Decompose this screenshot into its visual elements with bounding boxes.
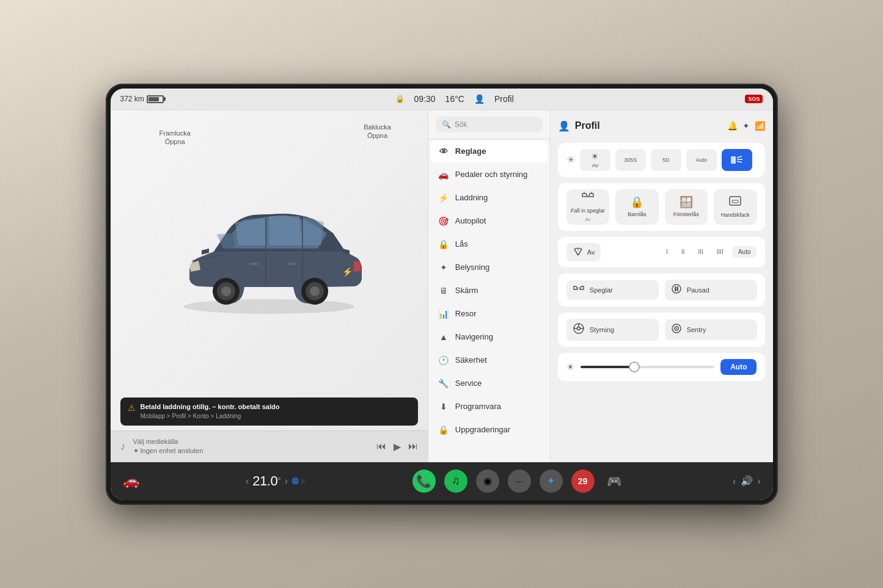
door-label-front: Framlucka Öppna	[159, 129, 191, 147]
media-controls[interactable]: ⏮ ▶ ⏭	[376, 441, 418, 452]
mirrors-sentry-row: Speglar	[566, 280, 757, 300]
taskbar-bluetooth-app[interactable]: ✦	[540, 470, 563, 493]
features-row: Fall in speglar Av 🔒 Barnlås 🪟 Fönsterlå	[566, 189, 757, 225]
nav-icon-programvara: ⬇	[438, 402, 449, 412]
wiper-opt-2[interactable]: II	[676, 246, 690, 258]
nav-label-navigering: Navigering	[455, 332, 493, 341]
bluetooth-taskbar-icon: ✦	[547, 475, 555, 487]
nav-item-pedaler[interactable]: 🚗 Pedaler och styrning	[431, 164, 548, 186]
taskbar-emoji-app[interactable]: 🎮	[603, 470, 626, 493]
mirror-fold-icon	[581, 191, 595, 205]
taskbar-car-icon[interactable]: 🚗	[123, 473, 139, 489]
sos-badge[interactable]: SOS	[745, 95, 763, 103]
svg-rect-20	[732, 200, 738, 203]
svg-line-16	[737, 161, 742, 162]
nav-item-uppgraderingar[interactable]: 🔒 Uppgraderingar	[431, 419, 548, 441]
sentry-icon	[671, 323, 682, 336]
nav-item-las[interactable]: 🔒 Lås	[431, 233, 548, 255]
nav-item-belysning[interactable]: ✦ Belysning	[431, 256, 548, 278]
svg-point-8	[310, 286, 320, 296]
steering-sentry-card: Styrning	[558, 313, 766, 347]
search-input-box[interactable]: 🔍 Sök	[436, 117, 543, 132]
nav-item-reglage[interactable]: 👁 Reglage	[431, 140, 548, 162]
headlight-icon	[731, 155, 743, 165]
status-left: 372 km	[120, 95, 164, 103]
next-track-button[interactable]: ⏭	[408, 441, 418, 452]
mirrors-icon	[573, 284, 585, 296]
search-bar[interactable]: 🔍 Sök	[428, 111, 550, 139]
nav-item-skarm[interactable]: 🖥 Skärm	[431, 280, 548, 302]
calendar-icon: 29	[578, 476, 588, 486]
temp-up-arrow[interactable]: ›	[285, 476, 288, 487]
nav-icon-skarm: 🖥	[438, 286, 449, 296]
nav-item-programvara[interactable]: ⬇ Programvara	[431, 396, 548, 418]
profile-header: 👤 Profil 🔔 ✦ 📶	[558, 118, 766, 137]
feature-btn-fonsterlas[interactable]: 🪟 Fönsterlås	[665, 189, 708, 225]
feature-btn-fall-in-speglar[interactable]: Fall in speglar Av	[566, 189, 609, 225]
taskbar-calendar-app[interactable]: 29	[571, 470, 595, 493]
nav-icon-autopilot: 🎯	[438, 216, 449, 226]
sentry-feature[interactable]: Sentry	[665, 319, 757, 340]
auto-brightness-button[interactable]: Auto	[720, 359, 757, 375]
steering-feature[interactable]: Styrning	[566, 319, 659, 341]
mirrors-feature[interactable]: Speglar	[566, 280, 659, 300]
taskbar-left-arrow[interactable]: ‹	[733, 476, 736, 486]
wiper-opt-3[interactable]: III	[693, 246, 708, 258]
taskbar: 🚗 ‹ 21.0 ° › 🌀 ♨ 📞	[111, 462, 773, 500]
nav-item-service[interactable]: 🔧 Service	[431, 372, 548, 394]
profile-icon-status: 👤	[474, 94, 485, 104]
wiper-label-box[interactable]: Av	[566, 243, 601, 261]
prev-track-button[interactable]: ⏮	[376, 441, 386, 452]
taskbar-camera-app[interactable]: ◉	[476, 470, 499, 493]
mode-btn-5d[interactable]: 5D	[651, 149, 681, 171]
svg-point-0	[183, 299, 354, 314]
brightness-card: ☀ Auto	[558, 353, 766, 381]
nav-label-service: Service	[455, 379, 482, 388]
mirror-fold-state: Av	[585, 217, 590, 222]
nav-item-sakerhet[interactable]: 🕐 Säkerhet	[431, 349, 548, 371]
media-bar[interactable]: ♪ Välj mediekälla ✦ Ingen enhet ansluten…	[111, 430, 428, 462]
nav-item-laddning[interactable]: ⚡ Laddning	[431, 187, 548, 209]
bluetooth-icon-header: ✦	[742, 121, 750, 131]
temp-down-arrow[interactable]: ‹	[246, 476, 249, 487]
wiper-opt-1[interactable]: I	[661, 246, 673, 258]
taskbar-dots-app[interactable]: ···	[508, 470, 531, 493]
battery-info: 372 km	[120, 95, 164, 103]
mode-btn-305s[interactable]: 305S	[615, 149, 646, 171]
nav-item-resor[interactable]: 📊 Resor	[431, 303, 548, 325]
left-panel: Framlucka Öppna Baklucka Öppna	[111, 111, 428, 462]
mode-btn-av[interactable]: ☀ Av	[580, 149, 610, 171]
signal-icon: 📶	[755, 121, 765, 131]
feature-btn-barnlas[interactable]: 🔒 Barnlås	[615, 189, 658, 225]
paused-feature[interactable]: Pausad	[665, 280, 757, 300]
play-button[interactable]: ▶	[394, 441, 401, 452]
svg-rect-26	[675, 286, 676, 291]
temp-mode-icons: 🌀 ♨	[291, 477, 306, 484]
nav-label-skarm: Skärm	[455, 286, 478, 295]
window-lock-icon: 🪟	[680, 195, 693, 209]
wiper-opt-4[interactable]: IIII	[712, 246, 728, 258]
taskbar-spotify-app[interactable]: ♫	[444, 470, 467, 493]
brightness-slider[interactable]	[581, 366, 714, 368]
svg-point-5	[221, 286, 231, 296]
taskbar-phone-app[interactable]: 📞	[412, 470, 436, 493]
features-card: Fall in speglar Av 🔒 Barnlås 🪟 Fönsterlå	[558, 183, 766, 231]
warning-icon: ⚠	[128, 403, 136, 413]
profile-person-icon: 👤	[558, 120, 570, 132]
nav-label-belysning: Belysning	[455, 263, 489, 272]
mode-btn-auto[interactable]: Auto	[686, 149, 717, 171]
nav-label-sakerhet: Säkerhet	[455, 355, 487, 365]
mode-btn-headlight[interactable]	[722, 149, 752, 171]
feature-btn-handskfack[interactable]: Handskfack	[714, 189, 757, 225]
music-icon: ♪	[120, 440, 126, 453]
bell-icon: 🔔	[727, 121, 738, 131]
battery-fill	[148, 97, 159, 101]
nav-item-autopilot[interactable]: 🎯 Autopilot	[431, 210, 548, 232]
wiper-auto-btn[interactable]: Auto	[732, 246, 757, 258]
display-mode-row: ☀ ☀ Av 305S 5D	[566, 149, 757, 171]
volume-icon[interactable]: 🔊	[741, 475, 753, 487]
svg-text:⚡: ⚡	[342, 267, 353, 277]
taskbar-right-arrow[interactable]: ›	[758, 476, 761, 486]
nav-item-navigering[interactable]: ▲ Navigering	[431, 326, 548, 348]
taskbar-right: ‹ 🔊 ›	[733, 475, 760, 487]
